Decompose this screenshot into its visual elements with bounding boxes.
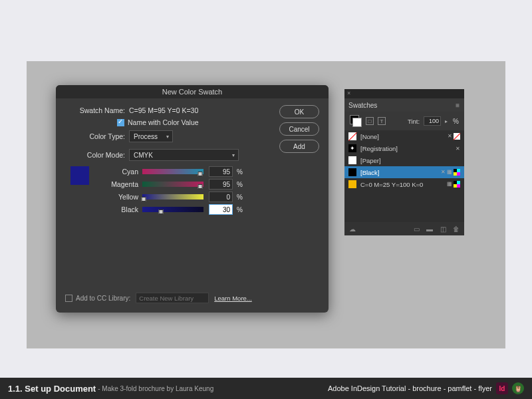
new-color-swatch-dialog: New Color Swatch OK Cancel Add Swatch Na… xyxy=(56,85,329,313)
swatch-type-icon[interactable]: □ xyxy=(366,117,374,125)
add-to-library-label: Add to CC Library: xyxy=(76,295,130,302)
tint-arrow-icon[interactable]: ▸ xyxy=(445,118,448,124)
trash-icon[interactable]: 🗑 xyxy=(452,225,460,233)
tint-input[interactable] xyxy=(424,116,441,126)
step-subtitle: - Make 3-fold brochure by Laura Keung xyxy=(98,385,213,392)
swatches-panel: × Swatches ≡ □ T Tint: ▸ % [None] ✕ ✦ [R… xyxy=(344,89,464,235)
cancel-button[interactable]: Cancel xyxy=(279,122,319,136)
ok-button[interactable]: OK xyxy=(279,105,319,118)
cmyk-icon xyxy=(454,181,460,188)
swatch-item-paper[interactable]: [Paper] xyxy=(344,154,464,166)
tint-label: Tint: xyxy=(408,118,420,125)
black-swatch-icon xyxy=(348,168,356,176)
yellow-input[interactable] xyxy=(209,192,233,202)
cyan-input[interactable] xyxy=(209,166,233,177)
magenta-label: Magenta xyxy=(97,180,138,188)
color-mode-dropdown[interactable]: CMYK xyxy=(129,149,239,161)
color-mode-label: Color Mode: xyxy=(65,151,125,159)
cloud-icon[interactable]: ☁ xyxy=(348,225,356,233)
tutorial-caption: 1.1. Set up Document - Make 3-fold broch… xyxy=(0,378,532,399)
paper-swatch-icon xyxy=(348,156,356,164)
panel-title: Swatches xyxy=(348,102,377,109)
tutorial-title: Adobe InDesign Tutorial - brochure - pam… xyxy=(328,384,492,392)
lock-icon: ✕ xyxy=(441,169,446,176)
step-title: 1.1. Set up Document xyxy=(8,384,96,394)
text-swatch-icon[interactable]: T xyxy=(378,117,386,125)
new-swatch-icon[interactable]: ◫ xyxy=(439,225,447,233)
black-input[interactable] xyxy=(209,204,233,215)
magenta-slider[interactable] xyxy=(142,182,203,187)
process-icon: ▦ xyxy=(447,169,452,176)
yellow-slider[interactable] xyxy=(142,194,203,200)
color-type-label: Color Type: xyxy=(65,132,125,140)
magenta-input[interactable] xyxy=(209,179,233,190)
name-with-value-label: Name with Color Value xyxy=(128,118,199,126)
color-preview xyxy=(70,166,89,185)
learn-more-link[interactable]: Learn More... xyxy=(214,295,252,302)
indesign-badge-icon: Id xyxy=(496,382,508,394)
panel-menu-icon[interactable]: ≡ xyxy=(456,102,460,109)
folder-icon[interactable]: ▬ xyxy=(426,225,434,233)
registration-swatch-icon: ✦ xyxy=(348,144,356,152)
cyan-slider[interactable] xyxy=(142,169,203,174)
black-slider[interactable] xyxy=(142,207,203,212)
none-icon xyxy=(454,133,460,140)
black-label: Black xyxy=(97,205,138,213)
none-swatch-icon xyxy=(348,132,356,140)
swatch-item-registration[interactable]: ✦ [Registration] ✕ xyxy=(344,142,464,154)
cmyk-icon xyxy=(454,169,460,176)
color-type-dropdown[interactable]: Process xyxy=(129,130,173,142)
yellow-swatch-icon xyxy=(348,180,356,188)
cyan-label: Cyan xyxy=(97,168,138,176)
add-to-library-checkbox[interactable] xyxy=(65,295,72,302)
swatch-item-black[interactable]: [Black] ✕▦ xyxy=(344,166,464,178)
library-name-input[interactable] xyxy=(136,293,209,303)
yellow-label: Yellow xyxy=(97,193,138,201)
lock-icon: ✕ xyxy=(456,146,460,152)
fill-stroke-icon[interactable] xyxy=(350,115,362,127)
swatch-item-none[interactable]: [None] ✕ xyxy=(344,130,464,142)
name-with-value-checkbox[interactable] xyxy=(117,119,124,126)
swatch-name-label: Swatch Name: xyxy=(65,106,125,114)
dialog-title: New Color Swatch xyxy=(56,85,329,98)
swatch-item-yellow[interactable]: C=0 M=25 Y=100 K=0 ▦ xyxy=(344,178,464,190)
add-button[interactable]: Add xyxy=(279,140,319,153)
process-icon: ▦ xyxy=(447,181,452,188)
swatch-name-value: C=95 M=95 Y=0 K=30 xyxy=(129,106,198,114)
panel-close-icon[interactable]: × xyxy=(347,90,350,96)
lock-icon: ✕ xyxy=(448,133,452,140)
owl-badge-icon: 🦉 xyxy=(512,382,524,394)
new-group-icon[interactable]: ▭ xyxy=(412,225,420,233)
